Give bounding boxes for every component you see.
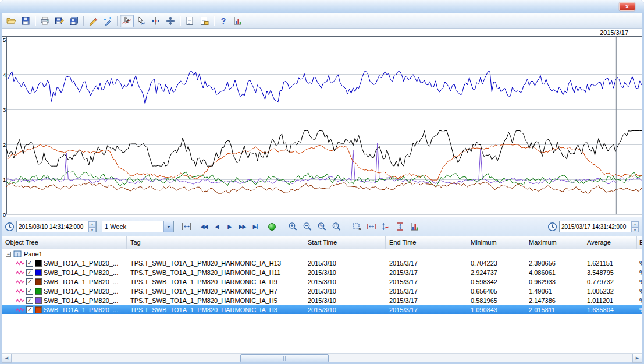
- tag-short-name: SWB_TO1A_1_PM820_...: [44, 306, 118, 313]
- end-time-cell: 2015/3/17: [386, 305, 467, 314]
- save-as-icon: [55, 16, 64, 26]
- save-as-button[interactable]: [52, 15, 66, 27]
- tree-root-row[interactable]: − Pane1: [2, 249, 642, 259]
- live-update-button[interactable]: [266, 221, 277, 232]
- print-button[interactable]: [38, 15, 52, 27]
- col-start-time[interactable]: Start Time: [304, 236, 386, 249]
- zoom-box-icon: [332, 222, 341, 232]
- trend-cursor-tool-button[interactable]: [120, 15, 134, 27]
- table-row[interactable]: ✓ SWB_TO1A_1_PM820_... TPS.T_SWB_TO1A_1_…: [2, 296, 642, 305]
- tag-full-name-cell: TPS.T_SWB_TO1A_1_PM820_HARMONIC_IA_H13: [127, 259, 304, 268]
- end-time-spinner[interactable]: ▲▼: [631, 221, 639, 232]
- pan-tool-button[interactable]: [163, 15, 177, 27]
- table-row[interactable]: ✓ SWB_TO1A_1_PM820_... TPS.T_SWB_TO1A_1_…: [2, 287, 642, 296]
- spin-up-icon[interactable]: ▲: [88, 221, 96, 227]
- pane-icon: [13, 250, 22, 258]
- row-tree-cell: ✓ SWB_TO1A_1_PM820_...: [2, 277, 127, 287]
- jump-start-button[interactable]: ◀◀: [198, 221, 209, 232]
- col-tag[interactable]: Tag: [127, 236, 304, 249]
- annotate-pen-button[interactable]: [86, 15, 100, 27]
- scrollbar-thumb[interactable]: [240, 354, 329, 362]
- col-end-time[interactable]: End Time: [386, 236, 467, 249]
- zoom-out-button[interactable]: [301, 221, 314, 233]
- collapse-icon[interactable]: −: [6, 252, 11, 257]
- row-tree-cell: ✓ SWB_TO1A_1_PM820_...: [2, 296, 127, 305]
- step-back-button[interactable]: ◀: [211, 221, 222, 232]
- zoom-in-button[interactable]: [286, 221, 299, 233]
- open-button[interactable]: [4, 15, 18, 27]
- toolbar-separator: [214, 16, 214, 26]
- dropdown-arrow-icon[interactable]: ▼: [163, 221, 173, 232]
- histogram-view-button[interactable]: [408, 221, 421, 233]
- svg-text:%: %: [319, 224, 323, 228]
- minimum-cell: 1.090843: [467, 305, 525, 314]
- spin-down-icon[interactable]: ▼: [631, 227, 639, 232]
- time-range-select[interactable]: 1 Week ▼: [102, 221, 174, 232]
- histogram-button[interactable]: [231, 15, 245, 27]
- table-row[interactable]: ✓ SWB_TO1A_1_PM820_... TPS.T_SWB_TO1A_1_…: [2, 268, 642, 277]
- fit-time-range-button[interactable]: [180, 221, 193, 233]
- unit-cell: %: [637, 296, 642, 305]
- close-button[interactable]: ×: [619, 2, 635, 11]
- visibility-checkbox[interactable]: ✓: [26, 278, 33, 285]
- select-tool-button[interactable]: [134, 15, 148, 27]
- report-button[interactable]: [183, 15, 197, 27]
- tag-short-name: SWB_TO1A_1_PM820_...: [44, 278, 118, 285]
- maximum-cell: 1.49061: [525, 287, 583, 296]
- zoom-percent-button[interactable]: %: [315, 221, 328, 233]
- table-row[interactable]: ✓ SWB_TO1A_1_PM820_... TPS.T_SWB_TO1A_1_…: [2, 259, 642, 268]
- series-color-swatch: [35, 278, 42, 285]
- table-row[interactable]: ✓ SWB_TO1A_1_PM820_... TPS.T_SWB_TO1A_1_…: [2, 277, 642, 287]
- end-time-field[interactable]: 2015/03/17 14:31:42:000 ▲▼: [559, 221, 639, 232]
- trend-line-icon: [16, 270, 24, 275]
- start-time-spinner[interactable]: ▲▼: [88, 221, 96, 232]
- spin-up-icon[interactable]: ▲: [631, 221, 639, 227]
- series-color-swatch: [35, 269, 42, 276]
- col-minimum[interactable]: Minimum: [467, 236, 525, 249]
- spin-down-icon[interactable]: ▼: [88, 227, 96, 232]
- jump-end-button[interactable]: ▶|: [250, 221, 261, 232]
- end-time-cell: 2015/3/17: [386, 259, 467, 268]
- trend-cursor-icon: [122, 16, 131, 26]
- scale-vertical-button[interactable]: [379, 221, 392, 233]
- maximum-cell: 2.390656: [525, 259, 583, 268]
- box-zoom-button[interactable]: [350, 221, 363, 233]
- save-all-button[interactable]: [67, 15, 81, 27]
- fit-horizontal-icon: [367, 222, 376, 231]
- col-maximum[interactable]: Maximum: [525, 236, 583, 249]
- row-tree-cell: ✓ SWB_TO1A_1_PM820_...: [2, 305, 127, 314]
- col-units[interactable]: E: [637, 236, 642, 249]
- visibility-checkbox[interactable]: ✓: [26, 288, 33, 295]
- minimum-cell: 0.704223: [467, 259, 525, 268]
- start-time-field[interactable]: 2015/03/10 14:31:42:000 ▲▼: [16, 221, 97, 232]
- scroll-left-button[interactable]: ◀: [2, 354, 12, 363]
- titlebar[interactable]: ×: [0, 0, 644, 13]
- visibility-checkbox[interactable]: ✓: [26, 306, 33, 313]
- series-color-swatch: [35, 297, 42, 304]
- table-row[interactable]: ✓ SWB_TO1A_1_PM820_... TPS.T_SWB_TO1A_1_…: [2, 305, 642, 314]
- fit-vertical-icon: [396, 222, 405, 231]
- svg-text:2: 2: [3, 142, 6, 148]
- time-range-value: 1 Week: [105, 223, 126, 230]
- fit-vertical-button[interactable]: [394, 221, 407, 233]
- fast-forward-button[interactable]: ▶▶: [237, 221, 248, 232]
- save-all-icon: [69, 16, 79, 26]
- scroll-right-button[interactable]: ▶: [632, 354, 642, 363]
- maximum-cell: 2.015811: [525, 305, 583, 314]
- save-button[interactable]: [19, 15, 33, 27]
- help-button[interactable]: ?: [216, 15, 230, 27]
- trend-plot[interactable]: 543210: [2, 36, 642, 217]
- visibility-checkbox[interactable]: ✓: [26, 297, 33, 304]
- col-object-tree[interactable]: Object Tree: [2, 236, 127, 249]
- horizontal-scrollbar[interactable]: ◀ ▶: [2, 353, 642, 362]
- histogram-icon: [233, 16, 243, 26]
- zoom-box-button[interactable]: [330, 221, 343, 233]
- value-cursor-tool-button[interactable]: [149, 15, 163, 27]
- visibility-checkbox[interactable]: ✓: [26, 260, 33, 267]
- step-forward-button[interactable]: ▶: [224, 221, 235, 232]
- report-config-button[interactable]: [197, 15, 211, 27]
- visibility-checkbox[interactable]: ✓: [26, 269, 33, 276]
- marker-button[interactable]: [101, 15, 115, 27]
- fit-horizontal-button[interactable]: [365, 221, 378, 233]
- col-average[interactable]: Average: [583, 236, 637, 249]
